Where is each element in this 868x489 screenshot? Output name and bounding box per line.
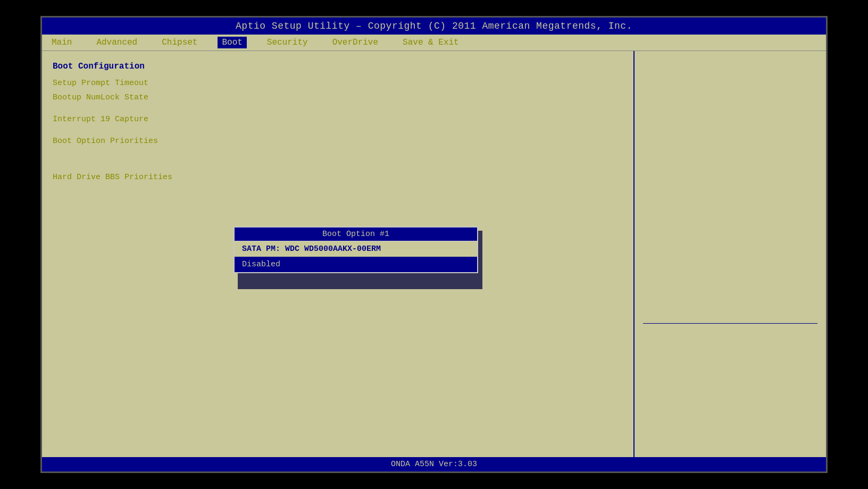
setting-row-timeout: Setup Prompt Timeout 1 [53, 79, 623, 88]
bios-screen: Aptio Setup Utility – Copyright (C) 2011… [40, 16, 828, 473]
popup-title: Boot Option #1 [235, 227, 477, 241]
nav-overdrive[interactable]: OverDrive [328, 37, 382, 48]
key-hint-esc: ESC: Exit [643, 436, 817, 450]
nav-bar: Main Advanced Chipset Boot Security Over… [42, 35, 826, 51]
key-hint-f2: F2: Previous Values [643, 396, 817, 409]
popup-option-disabled[interactable]: Disabled [235, 257, 477, 272]
nav-main[interactable]: Main [47, 37, 76, 48]
label-boot-priorities: Boot Option Priorities [53, 137, 233, 146]
label-boot-option1: Boot Option #1 [53, 151, 233, 160]
setting-row-boot-option1: Boot Option #1 [SATA PM: WDC WD50...] [53, 151, 623, 160]
key-hint-f10: F10: Save & Exit [643, 423, 817, 436]
help-text: Sets the system boot order [643, 58, 817, 71]
label-hdd-bbs: Hard Drive BBS Priorities [53, 173, 233, 182]
title-bar: Aptio Setup Utility – Copyright (C) 2011… [42, 18, 826, 35]
value-timeout: 1 [233, 79, 238, 88]
main-content: Boot Configuration Setup Prompt Timeout … [42, 51, 826, 457]
section-title: Boot Configuration [53, 62, 623, 71]
nav-advanced[interactable]: Advanced [92, 37, 141, 48]
label-interrupt: Interrupt 19 Capture [53, 115, 233, 124]
label-timeout: Setup Prompt Timeout [53, 79, 233, 88]
title-text: Aptio Setup Utility – Copyright (C) 2011… [236, 21, 632, 31]
setting-row-boot-priorities: Boot Option Priorities [53, 137, 623, 146]
key-hint-select-item: ↑↓: Select Item [643, 343, 817, 356]
status-bar: ONDA A55N Ver:3.03 [42, 457, 826, 471]
divider-line [643, 323, 817, 324]
nav-save-exit[interactable]: Save & Exit [398, 37, 463, 48]
popup-box[interactable]: Boot Option #1 SATA PM: WDC WD5000AAKX-0… [233, 226, 478, 273]
popup-overlay: Boot Option #1 SATA PM: WDC WD5000AAKX-0… [233, 226, 478, 273]
left-panel: Boot Configuration Setup Prompt Timeout … [42, 51, 635, 457]
key-hint-enter: Enter: Select [643, 356, 817, 369]
setting-row-hdd-bbs: Hard Drive BBS Priorities [53, 173, 623, 182]
setting-row-interrupt: Interrupt 19 Capture [Enabled] [53, 115, 623, 124]
key-help: ↔: Select Screen ↑↓: Select Item Enter: … [643, 329, 817, 450]
popup-option-sata[interactable]: SATA PM: WDC WD5000AAKX-00ERM [235, 241, 477, 257]
value-interrupt: [Enabled] [233, 115, 277, 124]
nav-boot[interactable]: Boot [218, 37, 246, 48]
setting-row-numlock: Bootup NumLock State [Off] [53, 93, 623, 102]
key-hint-change-opt: +/-: Change Opt. [643, 369, 817, 383]
key-hint-select-screen: ↔: Select Screen [643, 329, 817, 342]
label-numlock: Bootup NumLock State [53, 93, 233, 102]
nav-security[interactable]: Security [263, 37, 312, 48]
right-panel: Sets the system boot order ↔: Select Scr… [635, 51, 826, 457]
value-numlock: [Off] [233, 93, 257, 102]
key-hint-f9: F9: Optimized Defaults [643, 409, 817, 423]
key-hint-f1: F1: General Help [643, 383, 817, 396]
value-boot-option1: [SATA PM: WDC WD50...] [233, 151, 339, 160]
nav-chipset[interactable]: Chipset [157, 37, 202, 48]
status-text: ONDA A55N Ver:3.03 [391, 460, 477, 469]
